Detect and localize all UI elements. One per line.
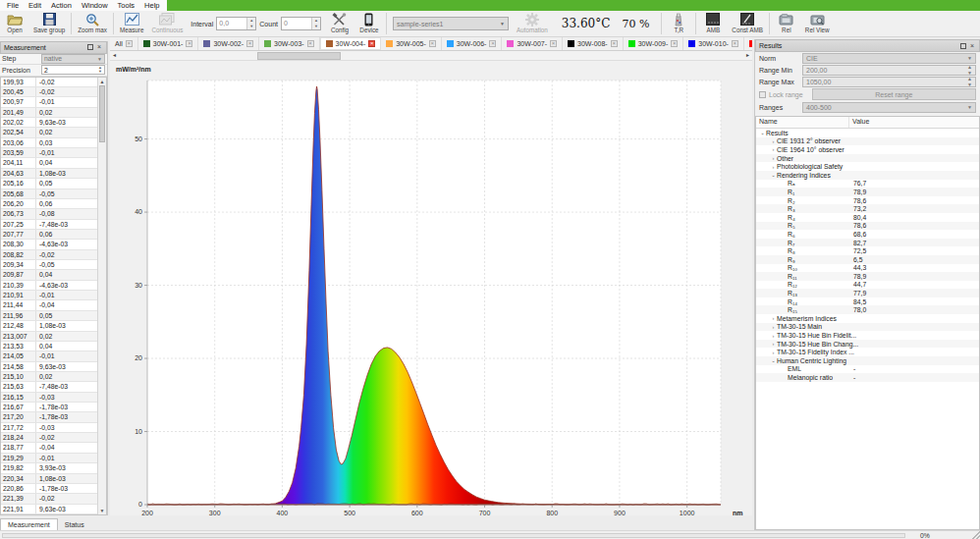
measurement-row[interactable]: 209,870,04 bbox=[1, 270, 97, 280]
measurement-row[interactable]: 199,93-0,02 bbox=[1, 78, 97, 87]
measurement-row[interactable]: 215,63-7,48e-03 bbox=[1, 382, 97, 392]
column-header-value[interactable]: Value bbox=[849, 117, 872, 128]
tree-collapse-icon[interactable]: ⌄ bbox=[759, 130, 766, 135]
measurement-row[interactable]: 219,29-0,01 bbox=[1, 454, 97, 463]
checkbox-x-icon[interactable]: × bbox=[611, 40, 618, 47]
step-dropdown[interactable]: native ▼ bbox=[41, 54, 105, 64]
series-tab[interactable]: 30W-008-× bbox=[563, 37, 624, 50]
amb-button[interactable]: AMB bbox=[698, 11, 728, 36]
measurement-row[interactable]: 216,67-1,78e-03 bbox=[1, 403, 97, 412]
automation-button[interactable]: Automation bbox=[513, 11, 552, 36]
tree-row[interactable]: ›TM-30-15 Fidelity Index ... bbox=[756, 348, 979, 356]
measurement-row[interactable]: 202,029,63e-03 bbox=[1, 118, 97, 128]
measurement-row[interactable]: 207,770,06 bbox=[1, 230, 97, 240]
measurement-row[interactable]: 208,82-0,02 bbox=[1, 250, 97, 260]
measurement-row[interactable]: 211,44-0,04 bbox=[1, 300, 97, 310]
measurement-row[interactable]: 206,200,06 bbox=[1, 199, 97, 209]
float-window-icon[interactable] bbox=[960, 43, 966, 49]
checkbox-x-icon[interactable]: × bbox=[368, 40, 375, 47]
series-tab[interactable]: 30W-006-× bbox=[442, 37, 503, 50]
config-button[interactable]: Config bbox=[325, 11, 354, 36]
tree-row[interactable]: ⌄Results bbox=[756, 129, 979, 137]
tree-row[interactable]: ⌄Human Centric Lighting bbox=[756, 356, 979, 365]
tab-measurement[interactable]: Measurement bbox=[0, 518, 58, 530]
column-header-name[interactable]: Name bbox=[756, 117, 849, 128]
measurement-row[interactable]: 221,39-0,02 bbox=[1, 494, 97, 504]
series-tab[interactable]: 30W-001-× bbox=[138, 37, 199, 50]
tree-collapse-icon[interactable]: ⌄ bbox=[770, 357, 777, 363]
spinner-icons[interactable]: ▲▼ bbox=[967, 76, 972, 87]
spinner-down-icon[interactable]: ▼ bbox=[312, 24, 320, 29]
open-button[interactable]: Open bbox=[0, 11, 29, 36]
scroll-down-icon[interactable]: ▼ bbox=[98, 507, 106, 514]
tree-row[interactable]: R₁₅78,0 bbox=[756, 305, 979, 314]
measurement-row[interactable]: 200,45-0,02 bbox=[1, 87, 97, 97]
measurement-row[interactable]: 205,68-0,05 bbox=[1, 189, 97, 199]
tree-row[interactable]: ⌄Rendering Indices bbox=[756, 171, 979, 180]
measurement-row[interactable]: 208,30-4,63e-03 bbox=[1, 240, 97, 249]
tree-row[interactable]: ›TM-30-15 Hue Bin Chang... bbox=[756, 340, 979, 349]
tree-row[interactable]: R₁78,9 bbox=[756, 188, 979, 196]
tree-row[interactable]: ›Photobiological Safety bbox=[756, 162, 979, 171]
tree-collapse-icon[interactable]: ⌄ bbox=[770, 172, 777, 178]
measurement-scrollbar[interactable]: ▲ ▼ bbox=[97, 78, 106, 514]
spinner-down-icon[interactable]: ▼ bbox=[98, 70, 102, 74]
checkbox-x-icon[interactable]: × bbox=[550, 40, 557, 47]
device-button[interactable]: Device bbox=[354, 11, 384, 36]
tree-row[interactable]: R₉6,5 bbox=[756, 255, 979, 264]
tree-row[interactable]: ›Other bbox=[756, 154, 979, 163]
measurement-row[interactable]: 216,15-0,03 bbox=[1, 393, 97, 403]
tree-expand-icon[interactable]: › bbox=[770, 315, 777, 321]
measurement-row[interactable]: 204,631,08e-03 bbox=[1, 169, 97, 179]
continuous-button[interactable]: Continuous bbox=[147, 11, 187, 36]
tree-row[interactable]: R₁₀44,3 bbox=[756, 264, 979, 273]
checkbox-x-icon[interactable]: × bbox=[307, 40, 314, 47]
measurement-row[interactable]: 220,341,08e-03 bbox=[1, 474, 97, 484]
measurement-row[interactable]: 217,72-0,03 bbox=[1, 423, 97, 433]
measurement-row[interactable]: 218,24-0,02 bbox=[1, 433, 97, 443]
scroll-up-icon[interactable]: ▲ bbox=[98, 78, 106, 85]
interval-spinbox[interactable]: 0,0 ▲▼ bbox=[216, 17, 256, 30]
measurement-row[interactable]: 203,59-0,01 bbox=[1, 148, 97, 158]
measurement-row[interactable]: 213,0070,02 bbox=[1, 332, 97, 342]
measurement-row[interactable]: 210,91-0,01 bbox=[1, 291, 97, 300]
checkbox-x-icon[interactable]: × bbox=[489, 40, 496, 47]
precision-spinbox[interactable]: 2 ▲▼ bbox=[41, 65, 105, 75]
measurement-row[interactable]: 218,77-0,04 bbox=[1, 443, 97, 453]
tree-row[interactable]: R₈72,5 bbox=[756, 246, 979, 255]
scroll-left-icon[interactable]: ◂ bbox=[110, 51, 119, 60]
tree-row[interactable]: R₂78,6 bbox=[756, 196, 979, 205]
measurement-row[interactable]: 214,05-0,01 bbox=[1, 351, 97, 361]
checkbox-x-icon[interactable]: × bbox=[429, 40, 436, 47]
reset-range-button[interactable]: Reset range bbox=[812, 88, 976, 100]
measurement-row[interactable]: 204,110,04 bbox=[1, 158, 97, 168]
close-icon[interactable]: × bbox=[95, 43, 103, 51]
rel-button[interactable]: Rel bbox=[772, 11, 801, 36]
series-tab[interactable]: 30W-002-× bbox=[198, 37, 259, 50]
tree-row[interactable]: EML- bbox=[756, 365, 979, 374]
measurement-row[interactable]: 210,39-4,63e-03 bbox=[1, 281, 97, 291]
checkbox-x-icon[interactable]: × bbox=[186, 40, 192, 47]
tree-expand-icon[interactable]: › bbox=[770, 138, 777, 144]
tree-row[interactable]: R₁₄84,5 bbox=[756, 297, 979, 306]
tree-expand-icon[interactable]: › bbox=[770, 155, 777, 161]
tree-row[interactable]: ›CIE 1931 2° observer bbox=[756, 137, 979, 146]
measurement-row[interactable]: 213,530,04 bbox=[1, 342, 97, 351]
scrollbar-thumb[interactable] bbox=[257, 52, 341, 60]
tree-row[interactable]: ›CIE 1964 10° observer bbox=[756, 145, 979, 154]
measurement-row[interactable]: 215,100,02 bbox=[1, 372, 97, 382]
tree-expand-icon[interactable]: › bbox=[770, 341, 777, 347]
measurement-row[interactable]: 212,481,08e-03 bbox=[1, 321, 97, 331]
tree-row[interactable]: ›TM-30-15 Main bbox=[756, 323, 979, 332]
rel-view-button[interactable]: Rel View bbox=[801, 11, 834, 36]
norm-dropdown[interactable]: CIE ▼ bbox=[802, 53, 976, 64]
const-amb-button[interactable]: Const AMB bbox=[728, 11, 767, 36]
measurement-row[interactable]: 217,20-1,78e-03 bbox=[1, 412, 97, 422]
scroll-right-icon[interactable]: ▸ bbox=[743, 51, 752, 60]
checkbox-x-icon[interactable]: × bbox=[732, 40, 738, 47]
measurement-row[interactable]: 219,823,93e-03 bbox=[1, 463, 97, 473]
series-tab[interactable]: 30W-009-× bbox=[624, 37, 684, 50]
range-min-spinbox[interactable]: 200,00 ▲▼ bbox=[802, 65, 976, 76]
menu-file[interactable]: File bbox=[2, 0, 24, 11]
checkbox-x-icon[interactable]: × bbox=[671, 40, 678, 47]
